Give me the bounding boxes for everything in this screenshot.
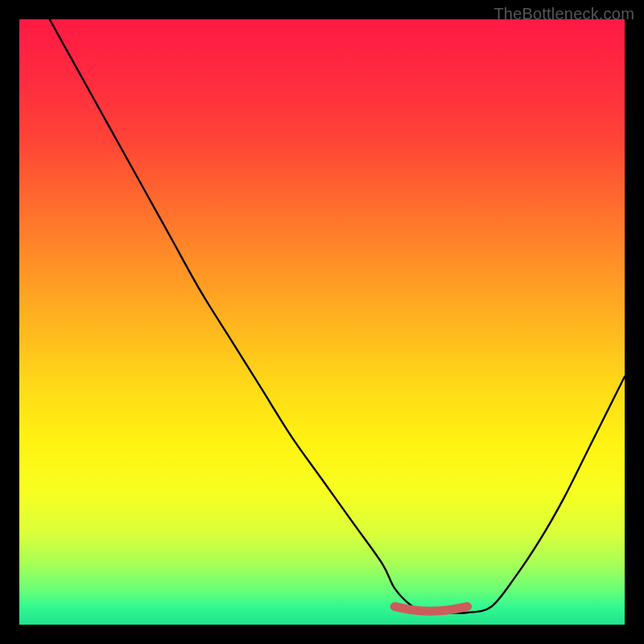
bottleneck-curve [50,19,625,613]
curve-layer [19,19,625,625]
plot-area [19,19,625,625]
plateau-highlight [394,606,467,611]
watermark-text: TheBottleneck.com [493,5,634,23]
chart-frame: TheBottleneck.com [0,0,644,644]
